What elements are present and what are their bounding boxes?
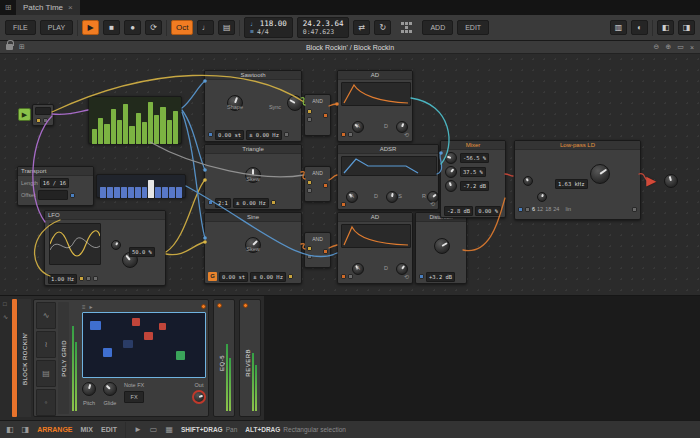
port[interactable] xyxy=(307,188,312,193)
project-tab[interactable]: Patch Time × xyxy=(16,0,80,15)
fm-knob[interactable] xyxy=(664,174,678,188)
module-and-3[interactable]: AND xyxy=(304,232,331,268)
device-power-button[interactable] xyxy=(243,303,248,308)
add-button[interactable]: ADD xyxy=(422,20,453,35)
mixer-value-4[interactable]: -2.8 dB xyxy=(444,206,473,216)
device-power-button[interactable] xyxy=(217,303,222,308)
file-button[interactable]: FILE xyxy=(5,20,36,35)
step-seq-bars[interactable] xyxy=(99,177,183,199)
punch-button[interactable]: ▤ xyxy=(218,20,235,35)
grid-tool-icon[interactable]: ▦ xyxy=(165,425,173,434)
time-value[interactable]: 0:47.623 xyxy=(303,29,334,36)
module-step-sequencer[interactable] xyxy=(96,174,186,198)
port[interactable] xyxy=(43,118,48,123)
modulator-slot[interactable]: ∿ xyxy=(36,302,56,329)
track-color-strip[interactable] xyxy=(12,299,17,417)
in-port[interactable] xyxy=(419,274,424,279)
mix-view-button[interactable]: MIX xyxy=(81,426,93,433)
pitch-offset-value[interactable]: 0.00 st xyxy=(215,130,244,140)
device-expand-icon[interactable]: ▸ xyxy=(90,304,93,310)
grid-trigger-play-button[interactable]: ▶ xyxy=(18,108,31,121)
module-ad-2[interactable]: AD A D ⟲ xyxy=(337,212,413,284)
module-lowpass-ld[interactable]: Low-pass LD 1.63 kHz 6 12 18 24 lin xyxy=(514,140,641,220)
mixer-value-2[interactable]: 37.5 % xyxy=(460,167,486,177)
slope-6[interactable]: 6 xyxy=(532,206,535,213)
tempo-display[interactable]: ♩118.00 ≡4/4 xyxy=(244,17,293,38)
position-display[interactable]: 24.2.3.64 0:47.623 xyxy=(297,17,350,38)
port[interactable] xyxy=(307,254,312,259)
slope-18[interactable]: 18 xyxy=(545,206,551,213)
in-port[interactable] xyxy=(518,207,523,212)
cutoff-knob[interactable] xyxy=(590,164,610,184)
zoom-in-icon[interactable]: ⊕ xyxy=(665,43,671,51)
module-and-2[interactable]: AND xyxy=(304,166,331,202)
close-tab-icon[interactable]: × xyxy=(68,3,73,12)
clock-source-button[interactable]: ◐ xyxy=(631,20,648,35)
gate-port[interactable] xyxy=(341,274,346,279)
position-value[interactable]: 24.2.3.64 xyxy=(303,20,344,28)
port[interactable] xyxy=(348,132,353,137)
pitch-port[interactable] xyxy=(208,200,213,205)
gate-badge[interactable]: G xyxy=(208,272,217,281)
mixer-value-5[interactable]: 0.00 % xyxy=(475,206,501,216)
loop-icon[interactable]: ⟲ xyxy=(430,201,435,207)
mode-label[interactable]: lin xyxy=(565,206,571,213)
pitch-offset-value[interactable]: 0.00 st xyxy=(219,272,248,282)
timesig-value[interactable]: 4/4 xyxy=(257,29,269,36)
mixer-knob-1[interactable] xyxy=(445,152,457,164)
device-name-strip[interactable]: POLY GRID xyxy=(58,302,69,414)
zoom-fit-icon[interactable]: ▭ xyxy=(677,43,684,51)
fm-value[interactable]: ± 0.00 Hz xyxy=(233,198,269,208)
gate-port[interactable] xyxy=(341,132,346,137)
module-trigger[interactable] xyxy=(32,104,54,126)
out-port[interactable] xyxy=(323,183,328,188)
mixer-value-3[interactable]: -7.2 dB xyxy=(460,181,489,191)
transport-record-button[interactable]: ● xyxy=(124,20,141,35)
module-triangle[interactable]: Triangle Skew 2:1 ± 0.00 Hz xyxy=(204,144,302,210)
panel-icon[interactable]: □ xyxy=(3,301,7,307)
modulator-slot[interactable]: ▤ xyxy=(36,360,56,387)
port[interactable] xyxy=(307,246,312,251)
panel-left-icon[interactable]: ◧ xyxy=(6,425,14,434)
follow-button[interactable]: ⇄ xyxy=(353,20,370,35)
port[interactable] xyxy=(288,274,293,279)
grid-icon[interactable]: ⊞ xyxy=(19,43,25,51)
mixer-knob-3[interactable] xyxy=(445,180,457,192)
ratio-value[interactable]: 2:1 xyxy=(215,198,231,208)
tempo-value[interactable]: 118.00 xyxy=(260,20,287,28)
oct-button[interactable]: Oct xyxy=(171,20,193,35)
fx-slot-button[interactable]: FX xyxy=(124,391,144,403)
port[interactable] xyxy=(70,193,75,198)
toggle-left-panel-button[interactable]: ◧ xyxy=(657,20,674,35)
pitch-port[interactable] xyxy=(208,132,213,137)
drive-knob[interactable] xyxy=(523,176,533,186)
module-mixer[interactable]: Mixer -56.5 % 37.5 % -7.2 dB -2.8 dB 0.0… xyxy=(440,140,506,218)
port[interactable] xyxy=(79,276,84,281)
gate-port[interactable] xyxy=(341,202,346,207)
loop-icon[interactable]: ⟲ xyxy=(404,274,409,280)
module-ad-1[interactable]: AD A D ⟲ xyxy=(337,70,413,142)
length-value[interactable]: 16 / 16 xyxy=(40,178,69,188)
lfo-phase-knob[interactable] xyxy=(111,240,121,250)
module-transport[interactable]: Transport Length 16 / 16 Offset xyxy=(17,166,94,206)
module-sine[interactable]: Sine Skew G 0.00 st ± 0.00 Hz xyxy=(204,212,302,284)
pitch-knob[interactable] xyxy=(82,382,96,396)
mixer-knob-2[interactable] xyxy=(445,166,457,178)
device-power-button[interactable] xyxy=(201,304,206,309)
module-adsr[interactable]: ADSR A D S R ⟲ xyxy=(337,144,439,210)
ad-envelope-display[interactable] xyxy=(341,82,411,106)
port[interactable] xyxy=(348,274,353,279)
metronome-button[interactable]: ♩ xyxy=(197,20,214,35)
port[interactable] xyxy=(307,117,312,122)
device-reverb[interactable]: REVERB xyxy=(239,299,261,417)
out-knob[interactable] xyxy=(192,390,206,404)
audio-out-arrow-icon[interactable]: ▶ xyxy=(646,174,656,187)
out-port[interactable] xyxy=(323,249,328,254)
pitch-seq-bars[interactable] xyxy=(91,99,179,145)
edit-view-button[interactable]: EDIT xyxy=(101,426,117,433)
panel-icon[interactable]: ∿ xyxy=(3,314,8,320)
drive-knob[interactable] xyxy=(434,238,450,254)
slope-24[interactable]: 24 xyxy=(553,206,559,213)
apps-icon[interactable]: ⊞ xyxy=(0,0,16,15)
offset-value[interactable] xyxy=(38,190,68,200)
